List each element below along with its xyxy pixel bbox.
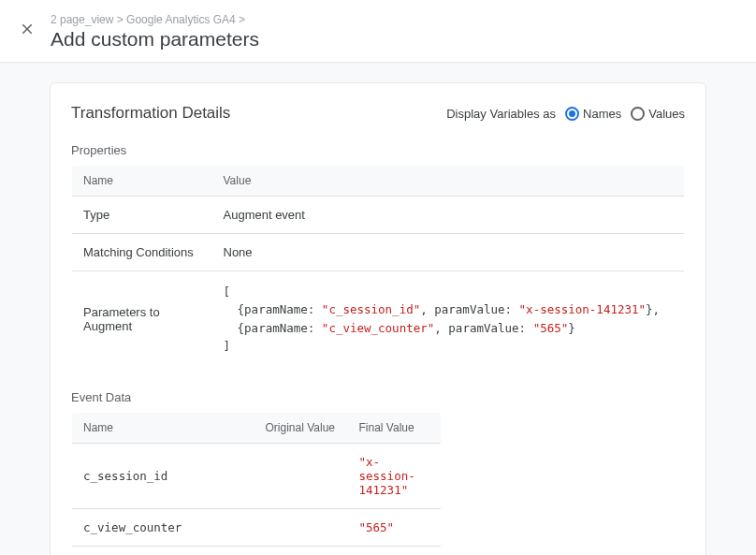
show-all-event-data[interactable]: Show all event data xyxy=(72,547,441,556)
event-final: "565" xyxy=(348,508,442,546)
close-icon[interactable] xyxy=(19,21,36,37)
table-row: Type Augment event xyxy=(72,197,685,234)
content-area: Transformation Details Display Variables… xyxy=(0,63,756,555)
event-name: c_session_id xyxy=(72,443,254,508)
radio-values-label[interactable]: Values xyxy=(648,107,685,121)
prop-name: Matching Conditions xyxy=(72,234,212,271)
display-label: Display Variables as xyxy=(446,107,556,121)
prop-value: None xyxy=(212,234,685,271)
radio-names-label[interactable]: Names xyxy=(583,107,621,121)
event-original xyxy=(254,508,348,546)
col-name: Name xyxy=(72,166,212,197)
event-data-label: Event Data xyxy=(71,390,685,404)
event-final: "x-session-141231" xyxy=(348,443,442,508)
params-code: [ {paramName: "c_session_id", paramValue… xyxy=(224,283,674,356)
properties-label: Properties xyxy=(71,143,685,157)
table-row: Matching Conditions None xyxy=(72,234,685,271)
table-row: c_session_id "x-session-141231" xyxy=(72,443,442,508)
event-data-table: Name Original Value Final Value c_sessio… xyxy=(71,412,442,556)
breadcrumb: 2 page_view > Google Analytics GA4 > xyxy=(51,13,259,26)
col-value: Value xyxy=(212,166,685,197)
col-name: Name xyxy=(72,412,254,443)
prop-name: Type xyxy=(72,197,212,234)
card-title: Transformation Details xyxy=(71,104,230,123)
properties-table: Name Value Type Augment event Matching C… xyxy=(71,165,685,368)
prop-value: [ {paramName: "c_session_id", paramValue… xyxy=(212,271,685,368)
radio-names[interactable] xyxy=(565,107,579,121)
prop-value: Augment event xyxy=(212,197,685,234)
prop-name: Parameters to Augment xyxy=(72,271,212,368)
display-variables-toggle: Display Variables as Names Values xyxy=(446,107,685,121)
page-title: Add custom parameters xyxy=(51,28,259,51)
col-original: Original Value xyxy=(254,412,348,443)
event-name: c_view_counter xyxy=(72,508,254,546)
table-row: c_view_counter "565" xyxy=(72,508,442,546)
transformation-card: Transformation Details Display Variables… xyxy=(50,82,706,555)
event-original xyxy=(254,443,348,508)
col-final: Final Value xyxy=(348,412,442,443)
table-row: Show all event data xyxy=(72,546,442,555)
table-row: Parameters to Augment [ {paramName: "c_s… xyxy=(72,271,685,368)
radio-values[interactable] xyxy=(631,107,645,121)
page-header: 2 page_view > Google Analytics GA4 > Add… xyxy=(0,0,756,63)
